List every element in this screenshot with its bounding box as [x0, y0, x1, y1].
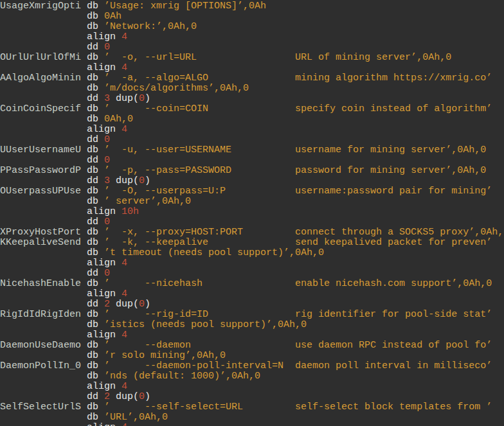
- mnemonic: dd: [0, 93, 104, 104]
- data-label[interactable]: DaemonUseDaemo: [0, 340, 81, 351]
- data-label[interactable]: XProxyHostPort: [0, 227, 81, 238]
- number-literal: 0: [139, 175, 145, 186]
- asm-line[interactable]: dd 3 dup(0): [0, 176, 504, 186]
- data-label[interactable]: PPassPasswordP: [0, 165, 81, 176]
- asm-line[interactable]: OUserpassUPUse db ’ -O, --userpass=U:P u…: [0, 186, 504, 197]
- mnemonic: ): [145, 391, 150, 402]
- asm-line[interactable]: align 10h: [0, 207, 504, 217]
- data-label[interactable]: OUserpassUPUse: [0, 186, 81, 197]
- mnemonic: ): [145, 93, 150, 104]
- asm-line[interactable]: db ’r solo mining’,0Ah,0: [0, 351, 504, 361]
- number-literal: 3: [104, 175, 110, 186]
- asm-line[interactable]: db 0Ah: [0, 12, 504, 22]
- mnemonic: dd: [0, 299, 104, 310]
- disassembly-view[interactable]: UsageXmrigOpti db ’Usage: xmrig [OPTIONS…: [0, 0, 504, 426]
- asm-line[interactable]: PPassPasswordP db ’ -p, --pass=PASSWORD …: [0, 166, 504, 176]
- number-literal: 4: [122, 381, 127, 392]
- number-literal: 4: [122, 422, 127, 426]
- string-literal: 0Ah: [104, 11, 122, 22]
- data-label[interactable]: NicehashEnable: [0, 278, 81, 289]
- asm-line[interactable]: db ’URL’,0Ah,0: [0, 413, 504, 423]
- asm-line[interactable]: align 4: [0, 382, 504, 392]
- asm-line[interactable]: db ’Network:’,0Ah,0: [0, 22, 504, 32]
- asm-line[interactable]: DaemonUseDaemo db ’ --daemon use daemon …: [0, 341, 504, 351]
- mnemonic: db: [81, 360, 104, 371]
- asm-line[interactable]: CoinCoinSpecif db ’ --coin=COIN specify …: [0, 104, 504, 114]
- number-literal: 0: [104, 42, 110, 53]
- asm-line[interactable]: SelfSelectUrlS db ’ --self-select=URL se…: [0, 402, 504, 413]
- number-literal: 10h: [122, 206, 139, 217]
- asm-line[interactable]: dd 3 dup(0): [0, 94, 504, 104]
- mnemonic: db: [81, 73, 104, 84]
- mnemonic: db: [81, 1, 104, 12]
- mnemonic: db: [0, 21, 104, 32]
- mnemonic: align: [0, 124, 122, 135]
- asm-line[interactable]: AAlgoAlgoMinin db ’ -a, --algo=ALGO mini…: [0, 73, 504, 84]
- asm-line[interactable]: db ’ server’,0Ah,0: [0, 197, 504, 207]
- number-literal: 0: [104, 134, 110, 145]
- number-literal: 2: [104, 299, 110, 310]
- mnemonic: db: [81, 103, 104, 114]
- mnemonic: dd: [0, 134, 104, 145]
- asm-line[interactable]: dd 0: [0, 217, 504, 227]
- string-literal: ’r solo mining’,0Ah,0: [104, 350, 226, 361]
- asm-line[interactable]: dd 0: [0, 155, 504, 166]
- asm-line[interactable]: align 4: [0, 423, 504, 426]
- asm-line[interactable]: NicehashEnable db ’ --nicehash enable ni…: [0, 279, 504, 289]
- asm-line[interactable]: dd 0: [0, 42, 504, 53]
- asm-line[interactable]: db ’t timeout (needs pool support)’,0Ah,…: [0, 248, 504, 258]
- string-literal: ’ -u, --user=USERNAME username for minin…: [104, 145, 486, 155]
- mnemonic: align: [0, 62, 122, 73]
- string-literal: ’ --rig-id=ID rig identifier for pool-si…: [104, 309, 492, 320]
- asm-line[interactable]: dd 0: [0, 135, 504, 145]
- asm-line[interactable]: UUserUsernameU db ’ -u, --user=USERNAME …: [0, 145, 504, 155]
- data-label[interactable]: OUrlUrlUrlOfMi: [0, 52, 81, 63]
- mnemonic: db: [81, 237, 104, 248]
- mnemonic: db: [0, 196, 104, 207]
- string-literal: ’ -O, --userpass=U:P username:password p…: [104, 186, 492, 197]
- asm-line[interactable]: OUrlUrlUrlOfMi db ’ -o, --url=URL URL of…: [0, 53, 504, 63]
- asm-line[interactable]: RigIdIdRigIden db ’ --rig-id=ID rig iden…: [0, 310, 504, 320]
- asm-line[interactable]: db 0Ah,0: [0, 114, 504, 125]
- asm-line[interactable]: dd 0: [0, 269, 504, 279]
- mnemonic: dd: [0, 217, 104, 227]
- asm-line[interactable]: UsageXmrigOpti db ’Usage: xmrig [OPTIONS…: [0, 1, 504, 12]
- mnemonic: align: [0, 381, 122, 392]
- data-label[interactable]: RigIdIdRigIden: [0, 309, 81, 320]
- asm-line[interactable]: dd 2 dup(0): [0, 392, 504, 402]
- asm-line[interactable]: KKeepaliveSend db ’ -k, --keepalive send…: [0, 238, 504, 248]
- asm-line[interactable]: db ’istics (needs pool support)’,0Ah,0: [0, 320, 504, 330]
- asm-line[interactable]: db ’m/docs/algorithms’,0Ah,0: [0, 84, 504, 94]
- number-literal: 0: [139, 93, 145, 104]
- mnemonic: db: [0, 247, 104, 258]
- asm-line[interactable]: align 4: [0, 258, 504, 269]
- asm-line[interactable]: dd 2 dup(0): [0, 299, 504, 310]
- string-literal: ’ -k, --keepalive send keepalived packet…: [104, 237, 492, 248]
- asm-line[interactable]: align 4: [0, 125, 504, 135]
- mnemonic: db: [81, 145, 104, 155]
- data-label[interactable]: SelfSelectUrlS: [0, 402, 81, 413]
- asm-line[interactable]: align 4: [0, 63, 504, 73]
- mnemonic: db: [0, 11, 104, 22]
- data-label[interactable]: DaemonPollIn_0: [0, 360, 81, 371]
- mnemonic: dup(: [110, 175, 139, 186]
- string-literal: ’ server’,0Ah,0: [104, 196, 191, 207]
- data-label[interactable]: KKeepaliveSend: [0, 237, 81, 248]
- string-literal: ’Usage: xmrig [OPTIONS]’,0Ah: [104, 1, 266, 12]
- mnemonic: dd: [0, 175, 104, 186]
- mnemonic: align: [0, 206, 122, 217]
- data-label[interactable]: UUserUsernameU: [0, 145, 81, 155]
- asm-line[interactable]: XProxyHostPort db ’ -x, --proxy=HOST:POR…: [0, 227, 504, 238]
- number-literal: 4: [122, 330, 127, 341]
- asm-line[interactable]: DaemonPollIn_0 db ’ --daemon-poll-interv…: [0, 361, 504, 371]
- data-label[interactable]: AAlgoAlgoMinin: [0, 73, 81, 84]
- asm-line[interactable]: align 4: [0, 330, 504, 341]
- asm-line[interactable]: db ’nds (default: 1000)’,0Ah,0: [0, 371, 504, 382]
- asm-line[interactable]: align 4: [0, 32, 504, 42]
- mnemonic: db: [81, 402, 104, 413]
- asm-line[interactable]: align 4: [0, 289, 504, 299]
- mnemonic: db: [81, 186, 104, 197]
- data-label[interactable]: CoinCoinSpecif: [0, 103, 81, 114]
- data-label[interactable]: UsageXmrigOpti: [0, 1, 81, 12]
- mnemonic: align: [0, 288, 122, 299]
